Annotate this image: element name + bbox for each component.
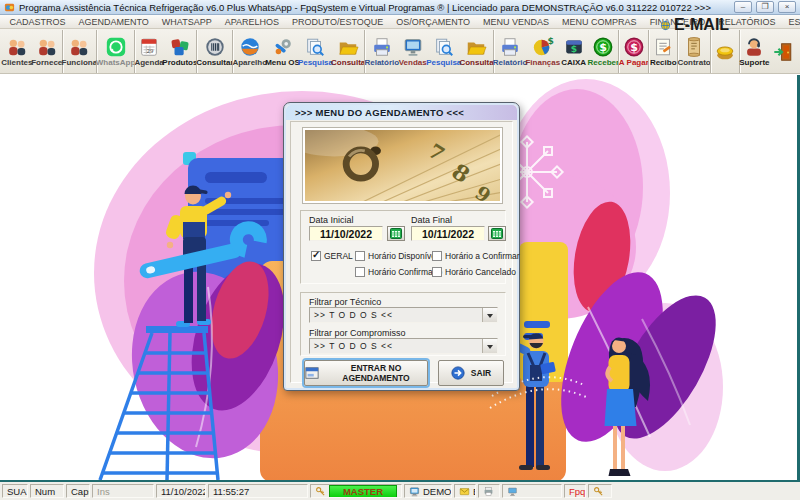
toolbar-button[interactable]: Consultar bbox=[196, 30, 232, 73]
minimize-button[interactable]: – bbox=[734, 1, 752, 13]
filters-group: Filtrar por Técnico >> T O D O S << Filt… bbox=[300, 292, 506, 356]
toolbar-label: Pesquisa bbox=[426, 58, 461, 67]
maximize-button[interactable]: ❐ bbox=[756, 1, 774, 13]
toolbar-label: A Pagar bbox=[619, 58, 649, 67]
toolbar-button[interactable]: Recibo bbox=[648, 30, 677, 73]
dropdown-arrow-icon[interactable] bbox=[482, 308, 497, 322]
statusbar-icon bbox=[409, 486, 420, 497]
toolbar-button[interactable]: Relatório bbox=[493, 30, 527, 73]
toolbar-button[interactable]: Funciona bbox=[62, 30, 97, 73]
menu-item[interactable]: CADASTROS bbox=[3, 17, 72, 27]
toolbar-button[interactable]: Fornece bbox=[32, 30, 62, 73]
toolbar-label: CAIXA bbox=[561, 58, 586, 67]
statusbar-text: MASTER bbox=[329, 485, 397, 498]
menu-item[interactable]: WHATSAPP bbox=[155, 17, 218, 27]
calendar-icon bbox=[491, 228, 503, 239]
window-titlebar: Programa Assistência Técnica Refrigeraçã… bbox=[0, 0, 800, 15]
toolbar-button[interactable]: Contrato bbox=[677, 30, 710, 73]
checkbox-horario-confirmado[interactable]: Horário Confirmado bbox=[355, 267, 442, 277]
data-final-input[interactable] bbox=[411, 226, 485, 241]
toolbar-button[interactable] bbox=[769, 30, 798, 73]
toolbar-button[interactable]: CAIXA bbox=[559, 30, 588, 73]
menu-item[interactable]: MENU VENDAS bbox=[477, 17, 556, 27]
statusbar-icon bbox=[459, 486, 470, 497]
statusbar-text: Caps bbox=[71, 486, 90, 497]
close-button[interactable]: × bbox=[778, 1, 796, 13]
toolbar-button[interactable] bbox=[710, 30, 739, 73]
checkbox-horario-a-confirmar[interactable]: Horário a Confirmar bbox=[432, 251, 520, 261]
toolbar-label: Funciona bbox=[62, 58, 98, 67]
data-inicial-input[interactable] bbox=[309, 226, 383, 241]
data-inicial-calendar-button[interactable] bbox=[387, 226, 405, 241]
toolbar-button[interactable]: A Pagar bbox=[618, 30, 648, 73]
statusbar-text: Num bbox=[35, 486, 55, 497]
toolbar-icon bbox=[138, 36, 160, 58]
toolbar-button[interactable]: Pesquisa bbox=[427, 30, 460, 73]
toolbar-icon bbox=[433, 36, 455, 58]
agendamento-dialog: >>> MENU DO AGENDAMENTO <<< 7 8 9 bbox=[283, 102, 520, 391]
data-final-label: Data Final bbox=[411, 215, 452, 225]
toolbar-button[interactable]: Pesquisa bbox=[299, 30, 332, 73]
statusbar-segment: Ins bbox=[92, 484, 154, 498]
toolbar-icon bbox=[743, 36, 765, 58]
toolbar-button[interactable]: Finanças bbox=[526, 30, 559, 73]
statusbar-text: SUA CIDADE - SP 11 de Outubro de 2022 - … bbox=[7, 486, 28, 497]
entrar-label: ENTRAR NO AGENDAMENTO bbox=[325, 363, 427, 383]
toolbar-button[interactable]: Consulta bbox=[332, 30, 364, 73]
toolbar-label: Contrato bbox=[677, 58, 710, 67]
toolbar-button[interactable]: Aparelho bbox=[232, 30, 266, 73]
toolbar-button[interactable]: WhatsApp bbox=[96, 30, 134, 73]
toolbar-button[interactable]: Receber bbox=[588, 30, 618, 73]
toolbar-label: WhatsApp bbox=[96, 58, 136, 67]
toolbar-label: Consulta bbox=[331, 58, 365, 67]
toolbar-button[interactable]: Agenda bbox=[134, 30, 163, 73]
checkbox-horario-disponivel[interactable]: Horário Disponível bbox=[355, 251, 438, 261]
statusbar-text: Email bbox=[473, 486, 476, 497]
statusbar: SUA CIDADE - SP 11 de Outubro de 2022 - … bbox=[0, 482, 800, 500]
checkbox-label: Horário a Confirmar bbox=[445, 251, 520, 261]
statusbar-segment: 11:55:27 bbox=[208, 484, 308, 498]
checkbox-label: Horário Cancelado bbox=[445, 267, 516, 277]
toolbar-icon bbox=[371, 36, 393, 58]
dropdown-arrow-icon[interactable] bbox=[482, 339, 497, 353]
filter-compromisso-select[interactable]: >> T O D O S << bbox=[309, 338, 498, 354]
toolbar-button[interactable]: Consulta bbox=[460, 30, 492, 73]
sair-button[interactable]: SAIR bbox=[438, 360, 504, 386]
filter-tecnico-select[interactable]: >> T O D O S << bbox=[309, 307, 498, 323]
toolbar-icon bbox=[714, 41, 736, 63]
menu-item[interactable]: ESTATISTICA bbox=[782, 17, 800, 27]
toolbar-button[interactable]: Menu OS bbox=[266, 30, 299, 73]
toolbar-label: Agenda bbox=[134, 58, 163, 67]
entrar-agendamento-button[interactable]: ENTRAR NO AGENDAMENTO bbox=[304, 360, 428, 386]
selected-value: >> T O D O S << bbox=[310, 310, 482, 320]
toolbar-label: Recibo bbox=[650, 58, 677, 67]
dates-group: Data Inicial Data Final bbox=[300, 210, 506, 284]
checkbox-geral[interactable]: GERAL bbox=[311, 251, 353, 261]
toolbar-icon bbox=[683, 36, 705, 58]
menu-item[interactable]: APARELHOS bbox=[218, 17, 285, 27]
application-window: Programa Assistência Técnica Refrigeraçã… bbox=[0, 0, 800, 500]
sair-label: SAIR bbox=[471, 368, 491, 378]
toolbar-icon bbox=[652, 36, 674, 58]
checkbox-horario-cancelado[interactable]: Horário Cancelado bbox=[432, 267, 516, 277]
calendar-photo: 7 8 9 bbox=[303, 128, 502, 203]
toolbar-icon bbox=[105, 36, 127, 58]
menu-item[interactable]: AGENDAMENTO bbox=[72, 17, 155, 27]
toolbar-button[interactable]: Suporte bbox=[739, 30, 769, 73]
checkbox-box bbox=[355, 267, 365, 277]
toolbar-label: Vendas bbox=[399, 58, 427, 67]
menu-item-email[interactable]: E-MAIL bbox=[655, 16, 734, 34]
toolbar-button[interactable]: Clientes bbox=[2, 30, 32, 73]
dialog-titlebar[interactable]: >>> MENU DO AGENDAMENTO <<< bbox=[286, 105, 517, 120]
menu-item[interactable]: OS/ORÇAMENTO bbox=[390, 17, 477, 27]
toolbar-icon bbox=[563, 36, 585, 58]
data-final-calendar-button[interactable] bbox=[488, 226, 506, 241]
toolbar-icon bbox=[304, 36, 326, 58]
toolbar: Clientes Fornece Funciona WhatsApp Agend… bbox=[0, 29, 800, 74]
toolbar-button[interactable]: Vendas bbox=[398, 30, 427, 73]
menu-item[interactable]: MENU COMPRAS bbox=[556, 17, 644, 27]
toolbar-button[interactable]: Relatório bbox=[364, 30, 398, 73]
toolbar-button[interactable]: Produtos bbox=[163, 30, 196, 73]
menu-item[interactable]: PRODUTO/ESTOQUE bbox=[286, 17, 390, 27]
toolbar-icon bbox=[532, 36, 554, 58]
